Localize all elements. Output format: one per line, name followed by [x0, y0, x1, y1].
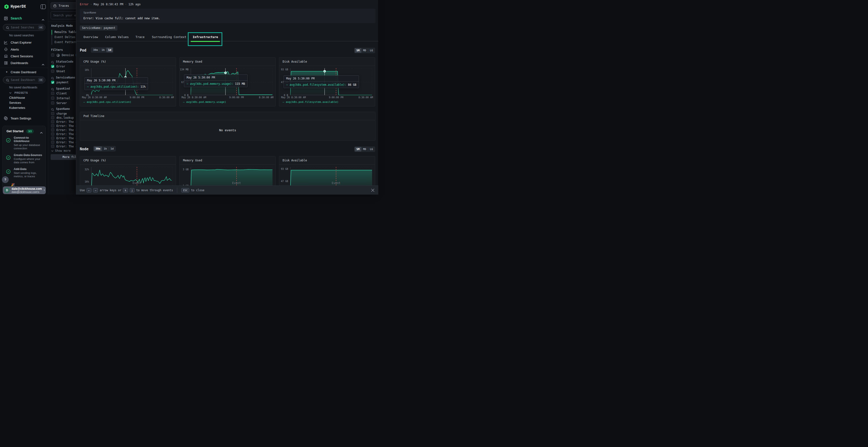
chart-title: CPU Usage (%)	[80, 58, 176, 66]
checkbox-unchecked[interactable]	[51, 101, 54, 105]
range-1h[interactable]: 1h	[102, 146, 108, 151]
sidebar-item-dashboards[interactable]: Dashboards	[0, 61, 48, 66]
analysis-mode-active-indicator	[52, 30, 52, 35]
chart-tooltip: May 26 5:30:00 PM — avg(k8s.pod.filesyst…	[283, 75, 359, 88]
checkbox-unchecked[interactable]	[51, 112, 54, 115]
size-md[interactable]: MD	[362, 48, 368, 53]
preset-services[interactable]: Services	[9, 101, 21, 105]
event-nav-footer: Use ← → arrow keys or k j to move throug…	[76, 185, 378, 195]
get-started-card: Get Started 3/3 Connect to ClickHouse Se…	[2, 126, 46, 193]
tab-overview[interactable]: Overview	[82, 35, 100, 39]
get-started-item-desc: Set up your database connection	[14, 143, 44, 150]
checkbox-unchecked[interactable]	[51, 128, 54, 132]
tab-trace[interactable]: Trace	[133, 35, 147, 39]
search-icon[interactable]	[51, 60, 54, 65]
no-saved-dashboards-note: No saved dashboards	[9, 86, 37, 89]
right-arrow-key[interactable]: →	[93, 188, 98, 193]
tab-column-values[interactable]: Column Values	[103, 35, 131, 39]
tab-infrastructure[interactable]: Infrastructure	[191, 35, 220, 39]
presets-toggle[interactable]: PRESETS	[9, 91, 28, 94]
sidebar: HyperDX Search ⌘K No saved searches Char…	[0, 0, 48, 195]
analysis-mode-event-patterns[interactable]: Event Patterns	[55, 40, 79, 44]
check-circle-icon	[6, 169, 10, 175]
saved-searches-input[interactable]: ⌘K	[3, 24, 45, 31]
range-1d[interactable]: 1d	[106, 48, 113, 52]
search-icon[interactable]	[51, 107, 54, 112]
checkbox-unchecked[interactable]	[51, 145, 54, 148]
preset-clickhouse[interactable]: ClickHouse	[9, 96, 25, 100]
range-1h[interactable]: 1h	[100, 48, 106, 52]
get-started-item-title: Add Data	[14, 167, 44, 171]
create-dashboard-label: Create Dashboard	[10, 70, 36, 74]
chevron-up-icon[interactable]	[40, 130, 43, 135]
checkbox-unchecked[interactable]	[51, 92, 54, 95]
chevron-up-icon[interactable]	[42, 18, 44, 22]
checkbox-unchecked[interactable]	[51, 116, 54, 119]
analysis-mode-event-deltas[interactable]: Event Deltas	[55, 35, 75, 39]
checkbox-unchecked[interactable]	[51, 124, 54, 128]
check-circle-icon	[6, 138, 10, 143]
app-title: HyperDX	[10, 4, 26, 9]
close-icon[interactable]	[371, 188, 375, 193]
span-message-box: SpanName Error: Visa cache full: cannot …	[80, 9, 375, 23]
node-section-title: Node	[80, 147, 89, 151]
saved-dashboards-input[interactable]: ⌘K	[3, 77, 45, 83]
range-1d[interactable]: 1d	[109, 146, 115, 151]
checkbox-checked[interactable]	[51, 65, 54, 68]
plus-icon: +	[6, 70, 8, 74]
chevron-up-icon[interactable]	[42, 62, 44, 66]
create-dashboard-button[interactable]: + Create Dashboard	[0, 70, 48, 75]
divider	[0, 68, 48, 68]
checkbox-unchecked[interactable]	[51, 54, 54, 57]
tab-surrounding-context[interactable]: Surrounding Context	[150, 35, 188, 39]
pod-timeline-title: Pod Timeline	[80, 112, 375, 120]
trace-detail-panel: Error·May 26 8:50:43 PM·12h ago SpanName…	[76, 0, 378, 195]
k-key[interactable]: k	[123, 188, 128, 193]
size-lg[interactable]: LG	[368, 48, 375, 53]
pod-cpu-chart[interactable]: CPU Usage (%) 16%8%0% Event May 26 8:30:…	[80, 57, 176, 106]
size-md[interactable]: MD	[362, 147, 368, 151]
checkbox-unchecked[interactable]	[51, 133, 54, 136]
source-select-value: Traces	[59, 4, 69, 7]
sidebar-item-client-sessions[interactable]: Client Sessions	[0, 54, 48, 60]
size-sm[interactable]: SM	[355, 147, 361, 151]
range-30m[interactable]: 30m	[94, 146, 102, 151]
gear-icon	[4, 116, 8, 122]
chart-title: Memory Used	[180, 58, 275, 66]
search-icon[interactable]	[51, 76, 54, 81]
checkbox-unchecked[interactable]	[51, 141, 54, 144]
sidebar-item-alerts[interactable]: Alerts	[0, 47, 48, 53]
help-button[interactable]: ?	[2, 176, 9, 183]
checkbox-unchecked[interactable]	[51, 97, 54, 100]
sidebar-item-chart-explorer[interactable]: Chart Explorer	[0, 40, 48, 46]
checkbox-unchecked[interactable]	[51, 120, 54, 123]
search-icon[interactable]	[51, 87, 54, 92]
user-menu[interactable]: D dale@clickhouse.com dale@clickhouse.co…	[3, 186, 46, 194]
sidebar-item-search[interactable]: Search	[0, 16, 48, 22]
range-30m[interactable]: 30m	[91, 48, 100, 52]
logo-row: HyperDX	[0, 3, 48, 10]
pod-memory-chart[interactable]: Memory Used 134 MB67 MB0 B Event May 26 …	[179, 57, 276, 106]
j-key[interactable]: j	[130, 188, 134, 193]
chart-title: CPU Usage (%)	[80, 156, 176, 165]
pod-disk-chart[interactable]: Disk Available 93 GB47 GB0 B Event May 2…	[279, 57, 375, 106]
event-marker-label: Event	[332, 181, 340, 185]
service-name-tag[interactable]: ServiceName: payment	[80, 25, 117, 31]
esc-key[interactable]: ESC	[181, 188, 189, 193]
checkbox-checked[interactable]	[51, 81, 54, 84]
collapse-sidebar-icon[interactable]	[40, 4, 46, 9]
span-error-message: Error: Visa cache full: cannot add new i…	[84, 16, 160, 20]
left-arrow-key[interactable]: ←	[87, 188, 91, 193]
chart-title: Disk Available	[279, 58, 375, 66]
pod-charts-row: CPU Usage (%) 16%8%0% Event May 26 8:30:…	[80, 57, 375, 106]
size-sm[interactable]: SM	[355, 48, 361, 53]
analysis-mode-results-table[interactable]: Results Table	[55, 30, 77, 34]
checkbox-unchecked[interactable]	[51, 70, 54, 73]
pod-size-control: SM MD LG	[354, 48, 375, 53]
preset-kubernetes[interactable]: Kubernetes	[9, 106, 25, 110]
chart-legend: — avg(k8s.pod.memory.usage)	[183, 100, 226, 104]
size-lg[interactable]: LG	[368, 147, 375, 151]
checkbox-unchecked[interactable]	[51, 137, 54, 140]
sidebar-item-team-settings[interactable]: Team Settings	[0, 116, 48, 122]
show-more-toggle[interactable]: Show more	[51, 149, 71, 152]
